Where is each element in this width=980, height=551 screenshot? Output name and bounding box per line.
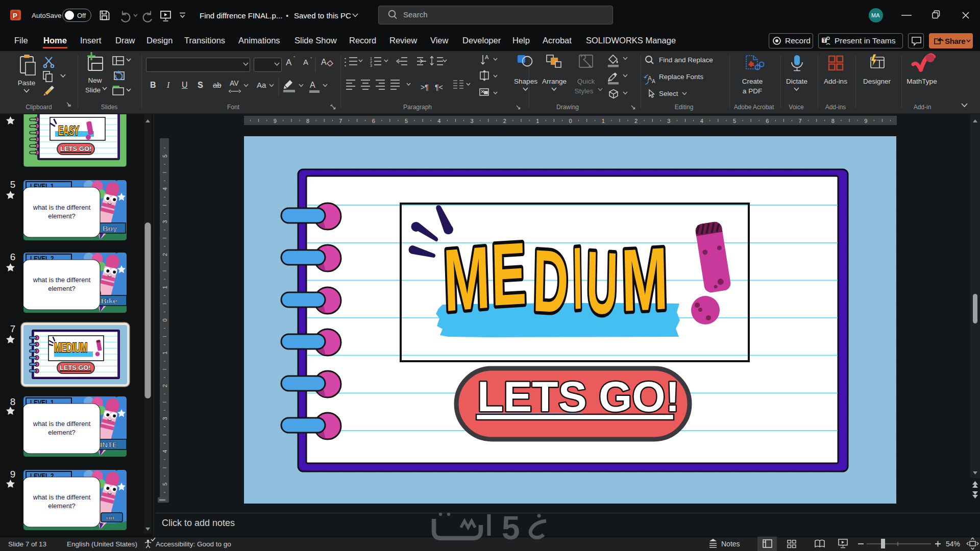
svg-text:6: 6 [766, 118, 769, 124]
svg-text:0: 0 [569, 118, 572, 124]
svg-text:•: • [345, 63, 346, 68]
svg-text:A: A [648, 75, 652, 82]
svg-text:P: P [13, 12, 17, 19]
svg-text:3: 3 [471, 118, 474, 124]
svg-text:1: 1 [162, 352, 168, 355]
svg-text:1: 1 [536, 118, 539, 124]
svg-text:A: A [652, 79, 655, 84]
svg-text:2: 2 [162, 384, 168, 387]
svg-text:5: 5 [405, 118, 408, 124]
svg-text:5: 5 [162, 155, 168, 158]
svg-text:4: 4 [437, 118, 440, 124]
svg-text:3: 3 [370, 64, 372, 67]
svg-text:2: 2 [162, 253, 168, 256]
svg-text:6: 6 [372, 118, 375, 124]
svg-text:4: 4 [700, 118, 703, 124]
svg-text:1: 1 [370, 57, 372, 60]
svg-text:0: 0 [162, 318, 168, 321]
svg-text:5: 5 [162, 483, 168, 486]
svg-text:T: T [823, 38, 826, 43]
svg-text:3: 3 [667, 118, 670, 124]
svg-text:3: 3 [162, 220, 168, 223]
svg-text:1: 1 [162, 286, 168, 289]
svg-text:9: 9 [864, 118, 867, 124]
svg-text:2: 2 [370, 60, 372, 64]
svg-text:9: 9 [274, 118, 277, 124]
svg-text:7: 7 [339, 118, 342, 124]
svg-text:4: 4 [162, 450, 168, 453]
svg-text:4: 4 [162, 187, 168, 190]
svg-text:8: 8 [831, 118, 835, 124]
svg-text:>¶: >¶ [421, 83, 429, 91]
svg-text:2: 2 [503, 118, 506, 124]
svg-text:¶<: ¶< [435, 83, 443, 91]
svg-text:8: 8 [306, 118, 309, 124]
svg-text:5: 5 [502, 510, 520, 546]
svg-text:7: 7 [799, 118, 802, 124]
svg-text:1: 1 [602, 118, 605, 124]
svg-text:5: 5 [733, 118, 736, 124]
svg-text:3: 3 [162, 417, 168, 420]
svg-text:2: 2 [634, 118, 638, 124]
svg-text:A: A [485, 54, 489, 60]
